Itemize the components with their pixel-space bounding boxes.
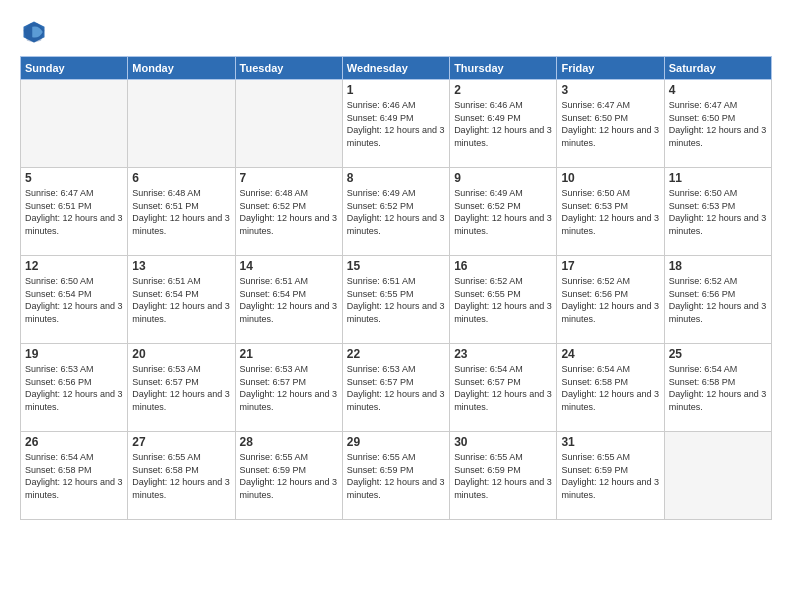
day-info: Sunrise: 6:50 AM Sunset: 6:53 PM Dayligh… bbox=[669, 187, 767, 237]
day-info: Sunrise: 6:54 AM Sunset: 6:58 PM Dayligh… bbox=[561, 363, 659, 413]
calendar-cell: 5Sunrise: 6:47 AM Sunset: 6:51 PM Daylig… bbox=[21, 168, 128, 256]
day-info: Sunrise: 6:47 AM Sunset: 6:51 PM Dayligh… bbox=[25, 187, 123, 237]
day-info: Sunrise: 6:53 AM Sunset: 6:57 PM Dayligh… bbox=[347, 363, 445, 413]
calendar-cell: 8Sunrise: 6:49 AM Sunset: 6:52 PM Daylig… bbox=[342, 168, 449, 256]
day-number: 23 bbox=[454, 347, 552, 361]
calendar-cell: 12Sunrise: 6:50 AM Sunset: 6:54 PM Dayli… bbox=[21, 256, 128, 344]
day-header: Thursday bbox=[450, 57, 557, 80]
calendar-cell: 18Sunrise: 6:52 AM Sunset: 6:56 PM Dayli… bbox=[664, 256, 771, 344]
day-info: Sunrise: 6:54 AM Sunset: 6:58 PM Dayligh… bbox=[25, 451, 123, 501]
calendar-cell: 2Sunrise: 6:46 AM Sunset: 6:49 PM Daylig… bbox=[450, 80, 557, 168]
day-info: Sunrise: 6:49 AM Sunset: 6:52 PM Dayligh… bbox=[454, 187, 552, 237]
day-number: 4 bbox=[669, 83, 767, 97]
calendar-cell bbox=[235, 80, 342, 168]
day-info: Sunrise: 6:48 AM Sunset: 6:51 PM Dayligh… bbox=[132, 187, 230, 237]
calendar-week-row: 12Sunrise: 6:50 AM Sunset: 6:54 PM Dayli… bbox=[21, 256, 772, 344]
calendar-cell: 28Sunrise: 6:55 AM Sunset: 6:59 PM Dayli… bbox=[235, 432, 342, 520]
day-info: Sunrise: 6:51 AM Sunset: 6:54 PM Dayligh… bbox=[132, 275, 230, 325]
day-info: Sunrise: 6:53 AM Sunset: 6:57 PM Dayligh… bbox=[132, 363, 230, 413]
calendar-table: SundayMondayTuesdayWednesdayThursdayFrid… bbox=[20, 56, 772, 520]
calendar-cell: 1Sunrise: 6:46 AM Sunset: 6:49 PM Daylig… bbox=[342, 80, 449, 168]
day-number: 18 bbox=[669, 259, 767, 273]
day-number: 19 bbox=[25, 347, 123, 361]
header bbox=[20, 18, 772, 46]
calendar-week-row: 26Sunrise: 6:54 AM Sunset: 6:58 PM Dayli… bbox=[21, 432, 772, 520]
calendar-cell: 31Sunrise: 6:55 AM Sunset: 6:59 PM Dayli… bbox=[557, 432, 664, 520]
day-info: Sunrise: 6:51 AM Sunset: 6:54 PM Dayligh… bbox=[240, 275, 338, 325]
calendar-cell: 27Sunrise: 6:55 AM Sunset: 6:58 PM Dayli… bbox=[128, 432, 235, 520]
day-number: 6 bbox=[132, 171, 230, 185]
day-number: 22 bbox=[347, 347, 445, 361]
day-info: Sunrise: 6:52 AM Sunset: 6:55 PM Dayligh… bbox=[454, 275, 552, 325]
day-info: Sunrise: 6:47 AM Sunset: 6:50 PM Dayligh… bbox=[669, 99, 767, 149]
day-header: Wednesday bbox=[342, 57, 449, 80]
calendar-week-row: 1Sunrise: 6:46 AM Sunset: 6:49 PM Daylig… bbox=[21, 80, 772, 168]
day-info: Sunrise: 6:50 AM Sunset: 6:53 PM Dayligh… bbox=[561, 187, 659, 237]
calendar-cell: 16Sunrise: 6:52 AM Sunset: 6:55 PM Dayli… bbox=[450, 256, 557, 344]
day-info: Sunrise: 6:55 AM Sunset: 6:59 PM Dayligh… bbox=[240, 451, 338, 501]
calendar-cell: 30Sunrise: 6:55 AM Sunset: 6:59 PM Dayli… bbox=[450, 432, 557, 520]
day-number: 9 bbox=[454, 171, 552, 185]
calendar-cell: 29Sunrise: 6:55 AM Sunset: 6:59 PM Dayli… bbox=[342, 432, 449, 520]
day-info: Sunrise: 6:46 AM Sunset: 6:49 PM Dayligh… bbox=[454, 99, 552, 149]
day-number: 31 bbox=[561, 435, 659, 449]
day-number: 12 bbox=[25, 259, 123, 273]
day-number: 28 bbox=[240, 435, 338, 449]
calendar-cell: 13Sunrise: 6:51 AM Sunset: 6:54 PM Dayli… bbox=[128, 256, 235, 344]
calendar-cell: 6Sunrise: 6:48 AM Sunset: 6:51 PM Daylig… bbox=[128, 168, 235, 256]
day-info: Sunrise: 6:47 AM Sunset: 6:50 PM Dayligh… bbox=[561, 99, 659, 149]
day-info: Sunrise: 6:52 AM Sunset: 6:56 PM Dayligh… bbox=[561, 275, 659, 325]
day-info: Sunrise: 6:49 AM Sunset: 6:52 PM Dayligh… bbox=[347, 187, 445, 237]
calendar-cell: 20Sunrise: 6:53 AM Sunset: 6:57 PM Dayli… bbox=[128, 344, 235, 432]
day-number: 8 bbox=[347, 171, 445, 185]
calendar-cell: 7Sunrise: 6:48 AM Sunset: 6:52 PM Daylig… bbox=[235, 168, 342, 256]
day-header: Saturday bbox=[664, 57, 771, 80]
calendar-week-row: 19Sunrise: 6:53 AM Sunset: 6:56 PM Dayli… bbox=[21, 344, 772, 432]
calendar-cell: 14Sunrise: 6:51 AM Sunset: 6:54 PM Dayli… bbox=[235, 256, 342, 344]
day-info: Sunrise: 6:52 AM Sunset: 6:56 PM Dayligh… bbox=[669, 275, 767, 325]
calendar-body: 1Sunrise: 6:46 AM Sunset: 6:49 PM Daylig… bbox=[21, 80, 772, 520]
day-number: 21 bbox=[240, 347, 338, 361]
day-number: 17 bbox=[561, 259, 659, 273]
day-info: Sunrise: 6:54 AM Sunset: 6:57 PM Dayligh… bbox=[454, 363, 552, 413]
day-number: 2 bbox=[454, 83, 552, 97]
day-number: 24 bbox=[561, 347, 659, 361]
calendar-cell bbox=[664, 432, 771, 520]
calendar-cell: 22Sunrise: 6:53 AM Sunset: 6:57 PM Dayli… bbox=[342, 344, 449, 432]
calendar-cell: 15Sunrise: 6:51 AM Sunset: 6:55 PM Dayli… bbox=[342, 256, 449, 344]
day-info: Sunrise: 6:46 AM Sunset: 6:49 PM Dayligh… bbox=[347, 99, 445, 149]
calendar-cell: 17Sunrise: 6:52 AM Sunset: 6:56 PM Dayli… bbox=[557, 256, 664, 344]
day-number: 14 bbox=[240, 259, 338, 273]
logo bbox=[20, 18, 52, 46]
day-number: 30 bbox=[454, 435, 552, 449]
day-info: Sunrise: 6:54 AM Sunset: 6:58 PM Dayligh… bbox=[669, 363, 767, 413]
calendar-cell: 24Sunrise: 6:54 AM Sunset: 6:58 PM Dayli… bbox=[557, 344, 664, 432]
day-info: Sunrise: 6:53 AM Sunset: 6:56 PM Dayligh… bbox=[25, 363, 123, 413]
day-number: 10 bbox=[561, 171, 659, 185]
calendar-cell: 11Sunrise: 6:50 AM Sunset: 6:53 PM Dayli… bbox=[664, 168, 771, 256]
calendar-cell: 23Sunrise: 6:54 AM Sunset: 6:57 PM Dayli… bbox=[450, 344, 557, 432]
day-number: 15 bbox=[347, 259, 445, 273]
day-number: 25 bbox=[669, 347, 767, 361]
calendar-cell bbox=[21, 80, 128, 168]
calendar-cell: 9Sunrise: 6:49 AM Sunset: 6:52 PM Daylig… bbox=[450, 168, 557, 256]
day-number: 7 bbox=[240, 171, 338, 185]
day-number: 5 bbox=[25, 171, 123, 185]
day-info: Sunrise: 6:50 AM Sunset: 6:54 PM Dayligh… bbox=[25, 275, 123, 325]
day-number: 1 bbox=[347, 83, 445, 97]
day-header: Tuesday bbox=[235, 57, 342, 80]
calendar-cell: 25Sunrise: 6:54 AM Sunset: 6:58 PM Dayli… bbox=[664, 344, 771, 432]
calendar-cell: 21Sunrise: 6:53 AM Sunset: 6:57 PM Dayli… bbox=[235, 344, 342, 432]
day-number: 13 bbox=[132, 259, 230, 273]
calendar-cell: 10Sunrise: 6:50 AM Sunset: 6:53 PM Dayli… bbox=[557, 168, 664, 256]
day-info: Sunrise: 6:51 AM Sunset: 6:55 PM Dayligh… bbox=[347, 275, 445, 325]
calendar-cell: 3Sunrise: 6:47 AM Sunset: 6:50 PM Daylig… bbox=[557, 80, 664, 168]
day-number: 11 bbox=[669, 171, 767, 185]
calendar-week-row: 5Sunrise: 6:47 AM Sunset: 6:51 PM Daylig… bbox=[21, 168, 772, 256]
day-info: Sunrise: 6:55 AM Sunset: 6:59 PM Dayligh… bbox=[454, 451, 552, 501]
day-info: Sunrise: 6:55 AM Sunset: 6:58 PM Dayligh… bbox=[132, 451, 230, 501]
day-header: Friday bbox=[557, 57, 664, 80]
day-number: 20 bbox=[132, 347, 230, 361]
day-header: Monday bbox=[128, 57, 235, 80]
day-number: 26 bbox=[25, 435, 123, 449]
